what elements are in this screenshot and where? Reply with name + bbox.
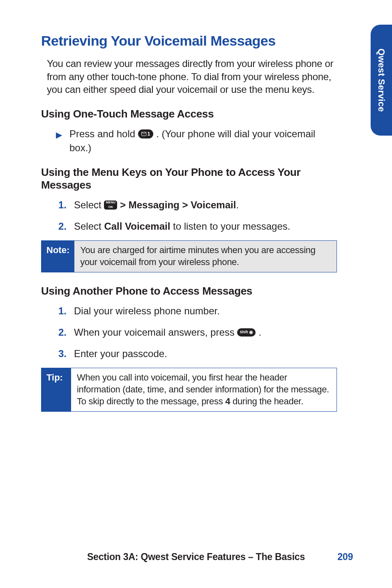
step-number: 2. [50,219,71,233]
text-fragment: . [258,327,261,338]
side-tab-label: Qwest Service [376,48,387,112]
step-text: Select Call Voicemail to listen to your … [74,219,290,233]
tip-tag: Tip: [42,368,71,411]
text-fragment: > Messaging > Voicemail [120,199,236,210]
envelope-icon [141,132,146,136]
page-number: 209 [337,551,353,563]
note-tag: Note: [42,241,74,272]
step-number: 3. [50,347,71,361]
step-text: When your voicemail answers, press Shift… [74,325,261,339]
tip-callout: Tip: When you call into voicemail, you f… [41,368,337,412]
menu-keys-steps: 1. Select MENU OK > Messaging > Voicemai… [50,198,337,233]
another-phone-steps: 1. Dial your wireless phone number. 2. W… [50,304,337,360]
step-number: 2. [50,325,71,339]
tip-body: When you call into voicemail, you first … [71,368,337,411]
content-area: Retrieving Your Voicemail Messages You c… [41,33,337,412]
shift-star-key-icon: Shift [237,328,256,337]
text-fragment: When your voicemail answers, press [74,327,237,338]
page-title: Retrieving Your Voicemail Messages [41,33,337,49]
text-fragment: Call Voicemail [104,221,170,232]
list-item: 1. Dial your wireless phone number. [50,304,337,318]
text-fragment: during the header. [230,396,303,406]
step-number: 1. [50,198,71,212]
key-label: 1 [148,131,150,136]
voicemail-1-key-icon: 1 [138,129,154,138]
asterisk-icon [249,330,253,334]
step-number: 1. [50,304,71,318]
key-label: MENU [106,201,116,204]
side-tab: Qwest Service [371,25,392,136]
page-footer: Section 3A: Qwest Service Features – The… [0,551,392,563]
key-label: Shift [240,330,248,334]
list-item: 3. Enter your passcode. [50,347,337,361]
intro-paragraph: You can review your messages directly fr… [47,57,337,96]
list-item: 1. Select MENU OK > Messaging > Voicemai… [50,198,337,212]
heading-menu-keys: Using the Menu Keys on Your Phone to Acc… [41,166,337,191]
step-text: Dial your wireless phone number. [74,304,220,318]
text-fragment: Select [74,199,104,210]
heading-another-phone: Using Another Phone to Access Messages [41,285,337,297]
triangle-bullet-icon: ▶ [56,129,62,141]
heading-one-touch: Using One-Touch Message Access [41,108,337,120]
key-label: OK [108,205,113,209]
text-fragment: to listen to your messages. [170,221,290,232]
text-fragment: . [236,199,239,210]
step-text: Select MENU OK > Messaging > Voicemail. [74,198,239,212]
step-text: Enter your passcode. [74,347,167,361]
one-touch-instruction: ▶ Press and hold 1 . (Your phone will di… [56,127,337,154]
text-fragment: Select [74,221,104,232]
one-touch-text: Press and hold 1 . (Your phone will dial… [69,127,337,154]
text-fragment: Press and hold [69,128,138,139]
footer-text: Section 3A: Qwest Service Features – The… [87,551,305,562]
list-item: 2. Select Call Voicemail to listen to yo… [50,219,337,233]
list-item: 2. When your voicemail answers, press Sh… [50,325,337,339]
document-page: Qwest Service Retrieving Your Voicemail … [0,0,392,588]
note-callout: Note: You are charged for airtime minute… [41,240,337,272]
note-body: You are charged for airtime minutes when… [74,241,337,272]
text-fragment: 4 [225,396,230,406]
menu-ok-key-icon: MENU OK [104,201,117,210]
